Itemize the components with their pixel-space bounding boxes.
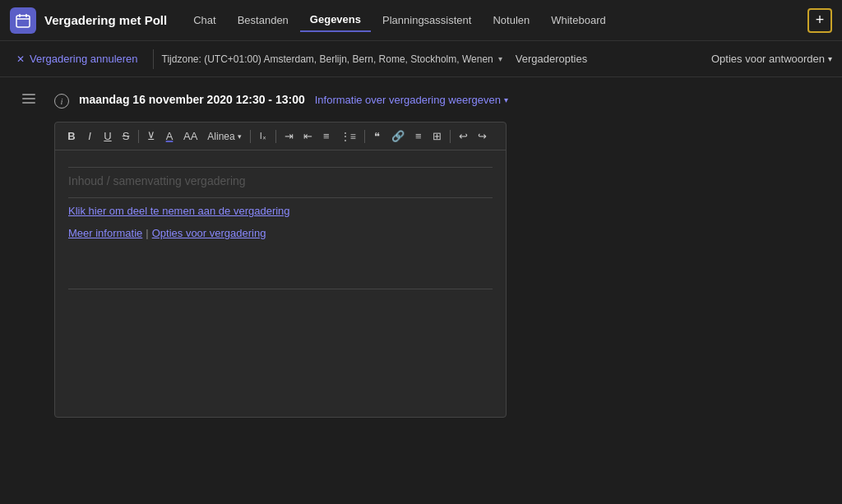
calendar-icon (16, 13, 30, 28)
font-color-button[interactable]: A (161, 127, 178, 145)
opties-vergadering-link[interactable]: Opties voor vergadering (152, 227, 266, 239)
editor-body[interactable]: Inhoud / samenvatting vergadering Klik h… (55, 150, 506, 397)
toolbar: B I U S ⊻ A AA Alinea ▾ Iₓ ⇥ ⇤ ≡ ⋮≡ (55, 123, 506, 150)
vergaderopties-button[interactable]: Vergaderopties (516, 53, 587, 65)
tab-bestanden[interactable]: Bestanden (228, 9, 298, 31)
editor-divider-mid (68, 197, 493, 198)
cancel-meeting-button[interactable]: ✕ Vergadering annuleren (10, 49, 145, 68)
info-link-label: Informatie over vergadering weergeven (315, 94, 501, 106)
join-meeting-link[interactable]: Klik hier om deel te nemen aan de vergad… (68, 205, 493, 217)
close-icon: ✕ (16, 53, 25, 65)
tab-chat[interactable]: Chat (183, 9, 225, 31)
chevron-down-icon: ▾ (828, 54, 832, 63)
antwoorden-label: Opties voor antwoorden (711, 53, 825, 65)
editor-divider-bottom (68, 289, 493, 289)
antwoorden-button[interactable]: Opties voor antwoorden ▾ (711, 53, 832, 65)
clear-format-button[interactable]: Iₓ (255, 128, 271, 144)
svg-rect-0 (16, 16, 30, 27)
strikethrough-button[interactable]: S (118, 127, 134, 145)
list-ol-button[interactable]: ⋮≡ (336, 128, 360, 145)
content-area: i maandag 16 november 2020 12:30 - 13:00… (54, 90, 826, 491)
toolbar-separator (138, 130, 139, 143)
tab-whiteboard[interactable]: Whiteboard (541, 9, 615, 31)
info-icon-wrapper: i (54, 90, 69, 109)
bottom-links: Meer informatie | Opties voor vergaderin… (68, 227, 493, 239)
divider (153, 49, 154, 69)
quote-button[interactable]: ❝ (369, 127, 386, 145)
align-button[interactable]: ≡ (410, 127, 427, 145)
timezone-dropdown[interactable]: Tijdzone: (UTC+01:00) Amsterdam, Berlijn… (162, 53, 502, 65)
secondary-bar: ✕ Vergadering annuleren Tijdzone: (UTC+0… (0, 41, 842, 77)
underline-button[interactable]: U (99, 127, 116, 145)
date-row: i maandag 16 november 2020 12:30 - 13:00… (54, 90, 826, 109)
sidebar-lines-icon[interactable] (22, 94, 35, 104)
toolbar-separator (450, 130, 451, 143)
list-ul-button[interactable]: ≡ (318, 127, 335, 145)
tab-planningsassistent[interactable]: Planningsassistent (372, 9, 481, 31)
top-nav: Vergadering met Poll Chat Bestanden Gege… (0, 0, 842, 41)
info-link[interactable]: Informatie over vergadering weergeven ▾ (315, 94, 508, 106)
chevron-down-icon: ▾ (238, 132, 242, 141)
meeting-title: Vergadering met Poll (44, 13, 167, 27)
meer-informatie-link[interactable]: Meer informatie (68, 227, 142, 239)
chevron-down-icon: ▾ (504, 95, 508, 104)
paragraph-label: Alinea (207, 131, 234, 142)
cancel-label: Vergadering annuleren (30, 53, 138, 65)
toolbar-separator (250, 130, 251, 143)
editor-divider-top (68, 167, 493, 168)
table-button[interactable]: ⊞ (428, 127, 446, 145)
font-size-button[interactable]: AA (179, 127, 201, 145)
info-icon: i (54, 94, 69, 109)
toolbar-separator (364, 130, 365, 143)
app-icon (10, 7, 36, 34)
editor-placeholder: Inhoud / samenvatting vergadering (68, 174, 493, 187)
nav-tabs: Chat Bestanden Gegevens Planningsassiste… (183, 8, 804, 32)
redo-button[interactable]: ↪ (474, 127, 491, 145)
chevron-down-icon: ▾ (498, 54, 502, 63)
link-button[interactable]: 🔗 (387, 127, 409, 145)
tab-gegevens[interactable]: Gegevens (300, 8, 371, 32)
indent-in-button[interactable]: ⇥ (280, 127, 298, 145)
bold-button[interactable]: B (63, 127, 80, 145)
format-button[interactable]: ⊻ (143, 127, 160, 145)
timezone-label: Tijdzone: (UTC+01:00) Amsterdam, Berlijn… (162, 53, 493, 65)
date-text: maandag 16 november 2020 12:30 - 13:00 (79, 93, 305, 106)
indent-out-button[interactable]: ⇤ (299, 127, 317, 145)
toolbar-separator (275, 130, 276, 143)
bottom-separator: | (146, 227, 148, 239)
add-tab-button[interactable]: + (807, 8, 832, 33)
left-sidebar (16, 90, 41, 491)
tab-notulen[interactable]: Notulen (483, 9, 539, 31)
undo-button[interactable]: ↩ (455, 127, 472, 145)
editor-container: B I U S ⊻ A AA Alinea ▾ Iₓ ⇥ ⇤ ≡ ⋮≡ (54, 122, 507, 418)
paragraph-dropdown[interactable]: Alinea ▾ (203, 129, 245, 144)
main-content: i maandag 16 november 2020 12:30 - 13:00… (0, 77, 842, 504)
italic-button[interactable]: I (81, 127, 98, 145)
